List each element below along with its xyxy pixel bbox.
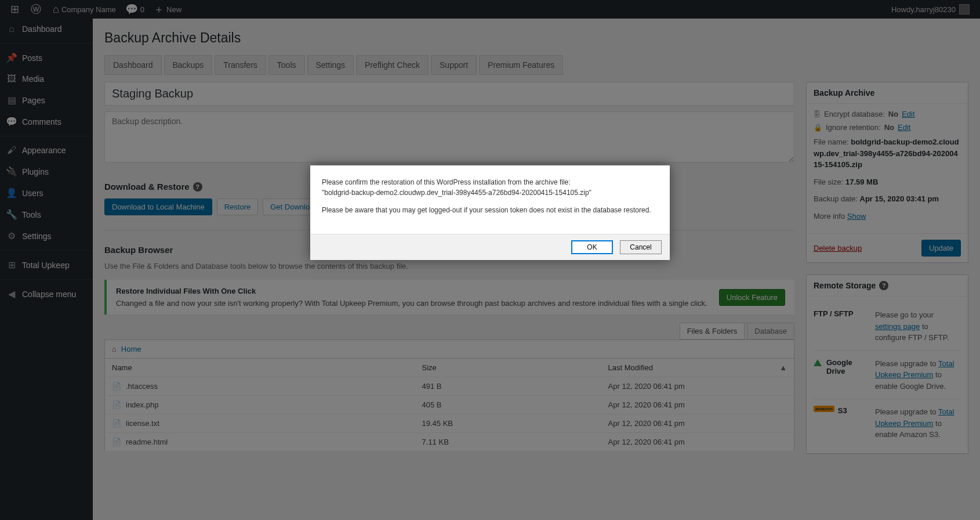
confirm-restore-dialog: Please confirm the restoration of this W… (310, 165, 670, 260)
dialog-message-1: Please confirm the restoration of this W… (322, 177, 658, 198)
modal-overlay[interactable] (0, 0, 980, 520)
ok-button[interactable]: OK (571, 240, 613, 254)
cancel-button[interactable]: Cancel (620, 240, 662, 254)
dialog-message-2: Please be aware that you may get logged-… (322, 205, 658, 215)
